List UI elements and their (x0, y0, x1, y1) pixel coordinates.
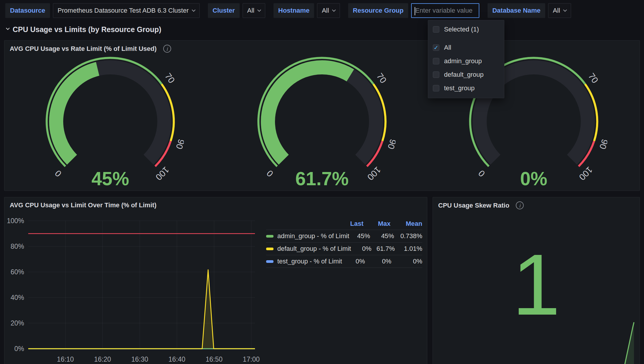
stat-panel-title[interactable]: CPU Usage Skew Ratio i (438, 201, 524, 209)
stat-last: 0% (351, 245, 371, 253)
chevron-down-icon (332, 8, 336, 12)
legend-series-test-group[interactable]: test_group - % of Limit (266, 258, 342, 265)
svg-text:16:10: 16:10 (57, 355, 74, 363)
resource-group-label: Resource Group (348, 3, 408, 18)
svg-text:90: 90 (598, 138, 607, 150)
checkbox-unchecked-icon[interactable]: ✓ (433, 58, 439, 64)
variable-datasource: Datasource Prometheus Datasource Test AD… (5, 3, 200, 18)
svg-text:17:00: 17:00 (243, 355, 260, 363)
svg-text:90: 90 (386, 138, 396, 150)
legend-col-mean[interactable]: Mean (391, 220, 422, 228)
stat-last: 0% (342, 258, 365, 265)
stat-mean: 0.738% (394, 232, 422, 240)
row-title: CPU Usage vs Limits (by Resource Group) (13, 25, 161, 34)
svg-text:70: 70 (163, 71, 177, 85)
checkbox-unchecked-icon[interactable]: ✓ (433, 71, 439, 78)
series-color-swatch (266, 260, 273, 263)
timeseries-legend: Last Max Mean admin_group - % of Limit 4… (266, 218, 422, 268)
menu-item-test-group[interactable]: ✓ test_group (428, 81, 504, 95)
datasource-value: Prometheus Datasource Test ADB 6.3 Clust… (58, 7, 189, 14)
hostname-label: Hostname (273, 3, 314, 18)
chevron-down-icon (563, 8, 567, 12)
variable-hostname: Hostname All (273, 3, 340, 18)
menu-item-admin-group[interactable]: ✓ admin_group (428, 54, 504, 68)
checkbox-checked-icon[interactable]: ✓ (433, 44, 439, 51)
stat-max: 0% (365, 258, 391, 265)
stat-mean: 0% (391, 258, 422, 265)
menu-item-selected-summary[interactable]: ✓ Selected (1) (428, 23, 504, 39)
svg-text:16:20: 16:20 (94, 355, 111, 363)
gauge-arc: 07090100 (248, 41, 396, 188)
gauge-arc: 07090100 (37, 41, 184, 188)
stat-max: 61.7% (371, 245, 395, 253)
resource-group-input-wrap (411, 3, 479, 18)
stat-max: 45% (370, 232, 394, 240)
hostname-value: All (322, 7, 329, 14)
menu-item-default-group[interactable]: ✓ default_group (428, 68, 504, 81)
svg-text:16:30: 16:30 (131, 355, 148, 363)
gauge-admin-group: 07090100 45% admin_group - Usage/Limit (4, 41, 216, 191)
gauge-value: 61.7% (216, 169, 428, 188)
legend-header: Last Max Mean (266, 218, 422, 230)
variable-options-menu: ✓ Selected (1) ✓ All ✓ admin_group ✓ def… (428, 20, 504, 98)
gauge-value: 45% (4, 169, 216, 188)
chevron-down-icon (6, 26, 10, 30)
checkbox-unchecked-icon[interactable]: ✓ (433, 85, 439, 91)
legend-row: default_group - % of Limit 0% 61.7% 1.01… (266, 242, 422, 255)
gauge-panel: AVG CPU Usage vs Rate Limit (% of Limit … (4, 40, 640, 191)
svg-text:0%: 0% (14, 345, 24, 353)
cluster-value: All (247, 7, 254, 14)
dashboard-variables-bar: Datasource Prometheus Datasource Test AD… (5, 3, 579, 18)
series-color-swatch (266, 248, 273, 250)
variable-database-name: Database Name All (488, 3, 571, 18)
legend-col-max[interactable]: Max (363, 220, 391, 228)
legend-col-last[interactable]: Last (340, 220, 363, 228)
resource-group-input[interactable] (412, 4, 479, 17)
timeseries-chart: 0%20%40%60%80%100%16:1016:2016:3016:4016… (7, 215, 263, 364)
svg-text:40%: 40% (11, 294, 24, 301)
database-name-select[interactable]: All (548, 3, 571, 18)
grafana-dashboard: Datasource Prometheus Datasource Test AD… (0, 0, 644, 364)
stat-mean: 1.01% (395, 245, 422, 253)
svg-text:80%: 80% (11, 243, 24, 250)
chevron-down-icon (192, 8, 196, 12)
timeseries-panel-title[interactable]: AVG CPU Usage vs Limit Over Time (% of L… (10, 201, 156, 209)
database-name-value: All (553, 7, 560, 14)
variable-cluster: Cluster All (208, 3, 265, 18)
gauge-value: 0% (428, 169, 640, 188)
legend-series-admin-group[interactable]: admin_group - % of Limit (266, 232, 349, 240)
gauge-default-group: 07090100 61.7% default_group - Usage/Lim… (216, 41, 428, 191)
panel-title-text: AVG CPU Usage vs Limit Over Time (% of L… (10, 201, 156, 209)
gauge-group: 07090100 45% admin_group - Usage/Limit 0… (4, 41, 640, 191)
legend-row: test_group - % of Limit 0% 0% 0% (266, 255, 422, 268)
datasource-label: Datasource (5, 3, 50, 18)
legend-series-default-group[interactable]: default_group - % of Limit (266, 245, 351, 253)
svg-text:60%: 60% (11, 268, 24, 276)
svg-text:20%: 20% (11, 319, 24, 327)
stat-sparkline (435, 318, 638, 364)
stat-last: 45% (349, 232, 370, 240)
svg-text:70: 70 (587, 71, 600, 85)
svg-text:16:40: 16:40 (168, 355, 186, 363)
chevron-down-icon (257, 8, 261, 12)
cluster-label: Cluster (208, 3, 240, 18)
variable-resource-group: Resource Group (348, 3, 479, 18)
menu-item-all[interactable]: ✓ All (428, 41, 504, 54)
database-name-label: Database Name (488, 3, 545, 18)
svg-text:90: 90 (174, 138, 184, 150)
checkbox-unchecked-icon[interactable]: ✓ (433, 26, 439, 33)
series-color-swatch (266, 235, 273, 238)
svg-text:70: 70 (375, 71, 388, 85)
hostname-select[interactable]: All (317, 3, 340, 18)
dashboard-row-header[interactable]: CPU Usage vs Limits (by Resource Group) (6, 25, 161, 34)
cluster-select[interactable]: All (243, 3, 265, 18)
svg-text:100%: 100% (7, 217, 24, 225)
panel-title-text: CPU Usage Skew Ratio (438, 202, 509, 209)
legend-row: admin_group - % of Limit 45% 45% 0.738% (266, 230, 422, 242)
timeseries-panel: AVG CPU Usage vs Limit Over Time (% of L… (4, 197, 427, 364)
stat-value: 1 (433, 241, 640, 328)
info-icon[interactable]: i (516, 201, 524, 209)
text-caret (415, 7, 415, 15)
datasource-select[interactable]: Prometheus Datasource Test ADB 6.3 Clust… (53, 3, 200, 18)
svg-text:16:50: 16:50 (206, 355, 223, 363)
